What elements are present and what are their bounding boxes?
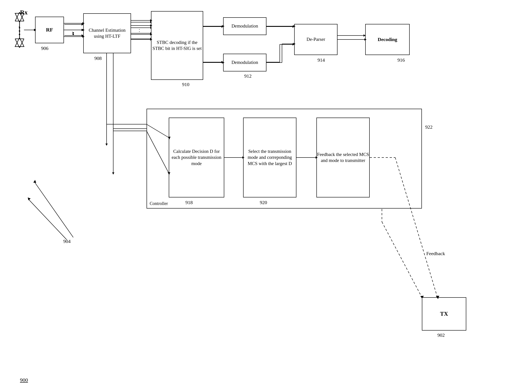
- svg-marker-39: [105, 144, 108, 146]
- feedback-block-box: Feedback the selected MCS and mode to tr…: [316, 118, 370, 197]
- ref-922: 922: [425, 124, 432, 130]
- ref-904: 904: [63, 238, 71, 244]
- decoding-box: Decoding: [365, 24, 410, 55]
- feedback-text-label: Feedback: [426, 251, 445, 257]
- ref-914: 914: [318, 57, 325, 63]
- ref-918: 918: [185, 200, 193, 205]
- svg-line-60: [15, 12, 19, 21]
- de-parser-box: De-Parser: [294, 24, 337, 55]
- svg-marker-1: [15, 38, 24, 47]
- rx-label: Rx: [20, 9, 28, 16]
- controller-label: Controller: [150, 201, 168, 206]
- svg-point-5: [19, 34, 20, 35]
- svg-text:·: ·: [19, 27, 20, 34]
- svg-line-117: [34, 182, 73, 237]
- svg-point-15: [73, 34, 74, 35]
- diagram-container: Rx RF 906 Channel Estimation using HT-LT…: [0, 0, 532, 392]
- svg-text:·: ·: [19, 23, 20, 30]
- svg-marker-118: [33, 180, 36, 183]
- stbc-box: STBC decoding if the STBC bit in HT-SIG …: [151, 11, 203, 80]
- svg-text:·: ·: [72, 29, 73, 35]
- ref-906: 906: [41, 46, 48, 51]
- svg-text:·: ·: [139, 29, 140, 34]
- svg-line-58: [29, 200, 66, 240]
- figure-900-label: 900: [20, 377, 28, 383]
- demod-top-box: Demodulation: [223, 17, 266, 35]
- svg-line-64: [19, 39, 24, 48]
- ref-916: 916: [397, 57, 405, 63]
- svg-line-63: [15, 39, 19, 48]
- tx-box: TX: [422, 297, 466, 331]
- ref-912: 912: [244, 73, 252, 79]
- calc-decision-box: Calculate Decision D for each possible t…: [169, 118, 224, 197]
- svg-point-14: [73, 32, 74, 33]
- svg-text:·: ·: [139, 27, 140, 32]
- svg-text:·: ·: [19, 31, 20, 38]
- svg-marker-44: [112, 172, 114, 175]
- demod-bot-box: Demodulation: [223, 54, 266, 71]
- ref-902: 902: [437, 332, 445, 338]
- svg-point-4: [19, 30, 20, 32]
- rf-box: RF: [35, 17, 64, 43]
- channel-est-box: Channel Estimation using HT-LTF: [83, 13, 131, 53]
- svg-text:·: ·: [72, 31, 73, 37]
- ref-920: 920: [260, 200, 267, 205]
- svg-point-3: [19, 27, 20, 28]
- select-mode-box: Select the transmission mode and correpo…: [243, 118, 296, 197]
- ref-910: 910: [182, 82, 189, 87]
- svg-marker-59: [28, 197, 31, 200]
- svg-line-56: [382, 222, 422, 297]
- ref-908: 908: [94, 56, 102, 61]
